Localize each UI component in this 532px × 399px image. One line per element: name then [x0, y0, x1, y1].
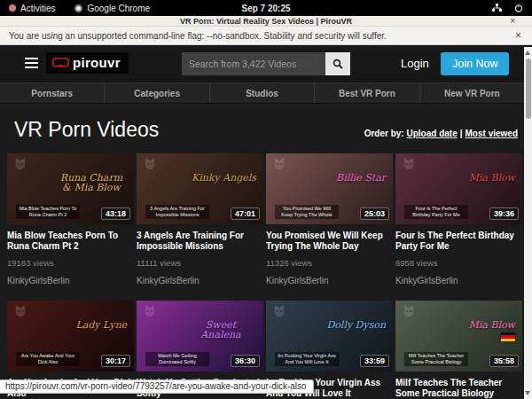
thumb-caption: Milf Teaches The Teacher Some Practical …: [404, 352, 468, 366]
thumb-model-name: Kinky Angels: [192, 173, 256, 183]
video-title-link[interactable]: Mia Blow Teaches Porn To Runa Charm Pt 2: [7, 231, 134, 252]
thumb-caption: Im Fucking Your Virgin Ass And You Will …: [275, 352, 339, 366]
scroll-up-arrow-icon[interactable]: [525, 51, 530, 55]
thumb-model-name: Mia Blow: [469, 173, 515, 183]
studio-mask-logo-icon: [12, 157, 28, 170]
tab-close-icon[interactable]: ×: [510, 16, 515, 27]
order-separator: |: [458, 129, 466, 138]
studio-mask-logo-icon: [12, 304, 28, 317]
video-thumbnail[interactable]: Mia Blow Four Is The Perfect Birthday Pa…: [395, 153, 522, 224]
video-thumbnail[interactable]: Dolly Dyson Im Fucking Your Virgin Ass A…: [266, 301, 393, 372]
thumb-caption: Four Is The Perfect Birthday Party For M…: [404, 205, 468, 219]
studio-link[interactable]: KinkyGirlsBerlin: [395, 276, 522, 286]
chrome-infobar: You are using an unsupported command-lin…: [0, 27, 532, 45]
video-thumbnail[interactable]: Mia Blow Milf Teaches The Teacher Some P…: [395, 301, 522, 372]
video-card: Mia Blow Four Is The Perfect Birthday Pa…: [395, 153, 522, 286]
order-link-most-viewed[interactable]: Most viewed: [466, 129, 518, 138]
main-nav: PornstarsCategoriesStudiosBest VR PornNe…: [0, 82, 524, 104]
page-head: VR Porn Videos Order by: Upload date|Mos…: [0, 104, 532, 153]
browser-tab-strip: VR Porn: Virtual Reality Sex Videos | Pi…: [0, 16, 532, 27]
thumb-model-name: Dolly Dyson: [326, 320, 386, 330]
video-views: 6958 views: [395, 258, 522, 268]
thumb-caption: Watch Me Getting Dominated Softly: [145, 352, 209, 366]
search-button[interactable]: [325, 52, 350, 75]
video-thumbnail[interactable]: Sweet Analena Watch Me Getting Dominated…: [137, 301, 263, 372]
infobar-message: You are using an unsupported command-lin…: [9, 31, 387, 41]
studio-mask-logo-icon: [142, 304, 158, 317]
studio-link[interactable]: KinkyGirlsBerlin: [137, 276, 263, 286]
german-flag-decoration: [501, 332, 515, 341]
video-card: Mia Blow Milf Teaches The Teacher Some P…: [395, 301, 522, 399]
thumb-model-name: Mia Blow: [469, 320, 515, 330]
duration-badge: 43:18: [101, 207, 130, 220]
video-card: Kinky Angels 3 Angels Are Training For I…: [137, 153, 263, 286]
search-bar: [182, 52, 350, 75]
search-icon: [332, 59, 343, 69]
video-thumbnail[interactable]: Kinky Angels 3 Angels Are Training For I…: [137, 153, 263, 224]
network-icon[interactable]: [492, 4, 502, 12]
video-views: 19183 views: [7, 258, 134, 268]
page-title: VR Porn Videos: [14, 118, 159, 142]
power-icon[interactable]: [514, 4, 523, 12]
video-grid: Runa Charm & Mia Blow Mia Blow Teaches P…: [0, 153, 532, 399]
clock[interactable]: Sep 7 20:25: [0, 4, 532, 13]
site-logo[interactable]: pirouvr: [46, 52, 129, 74]
order-link-upload-date[interactable]: Upload date: [406, 129, 457, 138]
vr-goggles-icon: [52, 58, 69, 68]
video-title-link[interactable]: Milf Teaches The Teacher Some Practical …: [395, 378, 522, 399]
video-thumbnail[interactable]: Runa Charm & Mia Blow Mia Blow Teaches P…: [7, 153, 134, 224]
studio-mask-logo-icon: [142, 157, 158, 170]
nav-item-studios[interactable]: Studios: [209, 83, 314, 103]
nav-item-pornstars[interactable]: Pornstars: [0, 83, 104, 103]
duration-badge: 25:03: [360, 207, 389, 220]
thumb-model-name: Lady Lyne: [75, 320, 127, 330]
thumb-caption: You Promised We Will Keep Trying The Who…: [275, 205, 339, 219]
video-views: 11326 views: [266, 258, 393, 268]
nav-item-categories[interactable]: Categories: [104, 83, 208, 103]
thumb-caption: Are You Awake And Your Dick Also: [16, 352, 80, 366]
order-by: Order by: Upload date|Most viewed: [364, 129, 518, 142]
studio-mask-logo-icon: [401, 304, 417, 317]
duration-badge: 39:36: [489, 207, 519, 220]
duration-badge: 30:17: [101, 355, 130, 367]
menu-hamburger-icon[interactable]: [25, 58, 38, 71]
studio-mask-logo-icon: [271, 304, 287, 317]
thumb-model-name: Billie Star: [336, 173, 386, 183]
thumb-model-name: Sweet Analena: [185, 320, 256, 340]
gnome-top-bar: Activities Google Chrome Sep 7 20:25: [0, 0, 532, 16]
studio-mask-logo-icon: [401, 157, 417, 170]
duration-badge: 47:01: [231, 207, 260, 220]
duration-badge: 36:30: [231, 355, 260, 367]
infobar-close-icon[interactable]: ×: [515, 29, 521, 42]
video-card: Runa Charm & Mia Blow Mia Blow Teaches P…: [7, 153, 134, 286]
order-by-label: Order by:: [364, 129, 404, 138]
studio-link[interactable]: KinkyGirlsBerlin: [7, 276, 134, 286]
thumb-caption: Mia Blow Teaches Porn To Runa Charm Pt 2: [16, 205, 80, 219]
scroll-down-arrow-icon[interactable]: [525, 391, 530, 395]
join-now-button[interactable]: Join Now: [441, 52, 509, 75]
video-thumbnail[interactable]: Lady Lyne Are You Awake And Your Dick Al…: [7, 301, 134, 372]
nav-item-best-vr-porn[interactable]: Best VR Porn: [314, 83, 419, 103]
thumb-model-name: Runa Charm & Mia Blow: [56, 173, 127, 192]
login-link[interactable]: Login: [401, 45, 429, 82]
scrollbar-thumb[interactable]: [526, 59, 531, 119]
studio-link[interactable]: KinkyGirlsBerlin: [266, 276, 393, 286]
duration-badge: 33:59: [360, 355, 389, 367]
studio-mask-logo-icon: [271, 157, 287, 170]
logo-text: pirouvr: [73, 55, 121, 70]
nav-item-new-vr-porn[interactable]: New VR Porn: [419, 83, 524, 103]
video-title-link[interactable]: You Promised We Will Keep Trying The Who…: [266, 231, 393, 252]
thumb-caption: 3 Angels Are Training For Impossible Mis…: [145, 205, 209, 219]
video-card: Billie Star You Promised We Will Keep Tr…: [266, 153, 393, 286]
video-views: 11111 views: [137, 258, 263, 268]
search-input[interactable]: [182, 52, 325, 75]
video-title-link[interactable]: 3 Angels Are Training For Impossible Mis…: [137, 231, 263, 252]
duration-badge: 35:58: [489, 355, 519, 367]
page-scrollbar[interactable]: [524, 47, 532, 399]
site-header: pirouvr Login Join Now: [0, 45, 532, 82]
video-thumbnail[interactable]: Billie Star You Promised We Will Keep Tr…: [266, 153, 393, 224]
status-url-bubble: https://pirouvr.com/vr-porn-video/779325…: [0, 379, 314, 394]
video-title-link[interactable]: Four Is The Perfect Birthday Party For M…: [395, 231, 522, 252]
tab-title: VR Porn: Virtual Reality Sex Videos | Pi…: [180, 17, 352, 26]
